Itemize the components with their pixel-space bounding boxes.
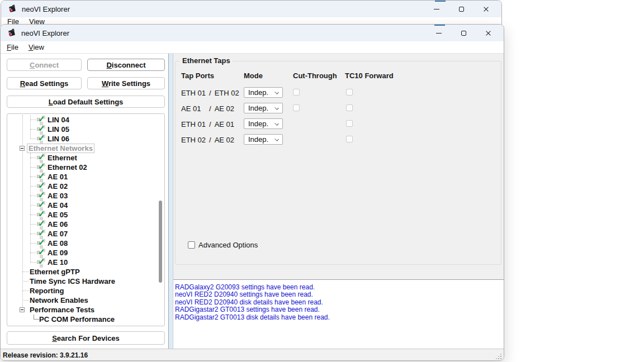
log-line: RADGigastar2 GT0013 disk details have be…: [175, 314, 503, 321]
tap-ports-label: ETH 02/AE 02: [181, 136, 234, 144]
network-check-icon: [36, 125, 46, 134]
tree-item-ethernet-gptp[interactable]: Ethernet gPTP: [7, 267, 164, 277]
tree-item-label: AE 07: [48, 230, 68, 238]
tree-item-label: AE 01: [48, 173, 68, 181]
tc10-forward-checkbox: [346, 120, 353, 127]
tree-item-label: AE 02: [48, 182, 68, 190]
connect-button: Connect: [7, 59, 82, 71]
tree-item-reporting[interactable]: Reporting: [7, 286, 164, 296]
app-icon: [8, 4, 17, 13]
tree-item-network-enables[interactable]: Network Enables: [7, 296, 164, 305]
tree-item-ae-05[interactable]: AE 05: [7, 210, 164, 220]
release-revision-text: Release revision: 3.9.21.16: [3, 351, 88, 359]
tree-item-ae-08[interactable]: AE 08: [7, 239, 164, 248]
tree-item-ae-07[interactable]: AE 07: [7, 229, 164, 239]
network-check-icon: [36, 230, 46, 238]
column-header-mode: Mode: [244, 72, 263, 80]
tree-item-label: LIN 05: [48, 125, 69, 134]
collapse-toggle-icon[interactable]: [20, 146, 25, 151]
network-check-icon: [36, 116, 46, 124]
minimize-button[interactable]: [424, 1, 449, 17]
tree-item-lin-06[interactable]: LIN 06: [7, 134, 164, 144]
menu-view[interactable]: View: [27, 43, 45, 51]
log-line: neoVI RED2 D20940 disk details have been…: [175, 299, 503, 306]
resize-grip-icon[interactable]: [495, 353, 502, 360]
tap-row: ETH 01/AE 01 Indep.: [176, 118, 501, 130]
window-title: neoVI Explorer: [21, 29, 69, 37]
close-button[interactable]: [473, 1, 498, 17]
ethernet-taps-groupbox: Ethernet Taps Tap Ports Mode Cut-Through…: [175, 61, 501, 265]
accent-mark: [435, 1, 446, 2]
device-tree: LIN 04 LIN 05 LIN 06 Ethernet Networks E…: [7, 113, 165, 326]
tree-item-ethernet-networks[interactable]: Ethernet Networks: [7, 144, 164, 153]
chevron-down-icon: [274, 106, 279, 110]
tree-item-label: AE 06: [48, 220, 68, 228]
advanced-options-label: Advanced Options: [198, 241, 258, 249]
tree-item-label: AE 08: [48, 239, 68, 247]
tc10-forward-checkbox: [346, 136, 353, 142]
mode-select[interactable]: Indep.: [244, 118, 283, 129]
tree-item-label: Time Sync ICS Hardware: [30, 277, 115, 285]
maximize-button[interactable]: [451, 25, 476, 41]
tree-item-label: LIN 06: [48, 135, 69, 143]
close-icon: [485, 30, 491, 36]
network-check-icon: [36, 258, 46, 266]
minimize-button[interactable]: [427, 25, 451, 41]
chevron-down-icon: [274, 137, 279, 141]
tree-item-ae-02[interactable]: AE 02: [7, 182, 164, 191]
close-icon: [483, 6, 489, 12]
collapse-toggle-icon[interactable]: [20, 307, 25, 312]
tree-item-ae-01[interactable]: AE 01: [7, 172, 164, 182]
disconnect-button[interactable]: Disconnect: [87, 59, 165, 71]
tree-item-ae-09[interactable]: AE 09: [7, 248, 164, 258]
tree-item-label: Network Enables: [30, 296, 88, 304]
write-settings-button[interactable]: Write Settings: [87, 77, 165, 89]
load-default-settings-button[interactable]: Load Default Settings: [7, 96, 165, 108]
tree-item-ae-03[interactable]: AE 03: [7, 191, 164, 201]
mode-value: Indep.: [248, 104, 268, 112]
app-icon: [7, 28, 16, 37]
tree-item-label: Ethernet 02: [48, 163, 87, 172]
network-check-icon: [36, 192, 46, 200]
chevron-down-icon: [274, 121, 279, 126]
tree-item-ae-10[interactable]: AE 10: [7, 258, 164, 267]
mode-select[interactable]: Indep.: [244, 134, 283, 145]
read-settings-button[interactable]: Read Settings: [7, 77, 82, 89]
mode-select[interactable]: Indep.: [244, 87, 283, 98]
tree-item-label: Reporting: [30, 287, 64, 295]
panel-splitter[interactable]: [168, 54, 173, 349]
tree-item-performance-tests[interactable]: Performance Tests: [7, 305, 164, 315]
titlebar[interactable]: neoVI Explorer: [1, 25, 504, 41]
mode-select[interactable]: Indep.: [244, 103, 283, 113]
taps-header-row: Tap Ports Mode Cut-Through TC10 Forward: [176, 72, 501, 82]
mode-value: Indep.: [248, 135, 268, 144]
tree-item-pc-com-performance[interactable]: PC COM Performance: [7, 315, 164, 324]
cut-through-checkbox: [293, 89, 300, 96]
advanced-options-checkbox[interactable]: [188, 241, 195, 249]
tap-row: AE 01/AE 02 Indep.: [176, 103, 501, 114]
message-log[interactable]: RADGalaxy2 G20093 settings have been rea…: [173, 279, 504, 349]
maximize-icon: [461, 31, 466, 36]
maximize-icon: [459, 7, 464, 12]
menubar: File View: [1, 41, 504, 54]
window-title: neoVI Explorer: [22, 5, 70, 13]
log-line: RADGigastar2 GT0013 settings have been r…: [175, 306, 503, 313]
menu-file[interactable]: File: [6, 43, 20, 51]
close-button[interactable]: [476, 25, 500, 41]
search-for-devices-button[interactable]: Search For Devices: [7, 331, 165, 345]
network-check-icon: [36, 211, 46, 219]
tree-item-time-sync[interactable]: Time Sync ICS Hardware: [7, 277, 164, 286]
tree-item-ethernet-02[interactable]: Ethernet 02: [7, 163, 164, 172]
neovi-explorer-window: neoVI Explorer File View Connect Disconn…: [0, 24, 504, 361]
network-check-icon: [36, 135, 46, 143]
tree-item-ae-06[interactable]: AE 06: [7, 220, 164, 229]
tree-item-lin-05[interactable]: LIN 05: [7, 125, 164, 134]
maximize-button[interactable]: [449, 1, 473, 17]
tree-item-label: Ethernet gPTP: [30, 268, 80, 276]
tree-item-ae-04[interactable]: AE 04: [7, 201, 164, 210]
titlebar[interactable]: neoVI Explorer: [1, 1, 501, 17]
tree-item-ethernet[interactable]: Ethernet: [7, 153, 164, 163]
tree-item-lin-04[interactable]: LIN 04: [7, 115, 164, 125]
tree-scrollbar-thumb[interactable]: [159, 201, 162, 283]
tap-ports-label: ETH 01/AE 01: [181, 120, 234, 128]
